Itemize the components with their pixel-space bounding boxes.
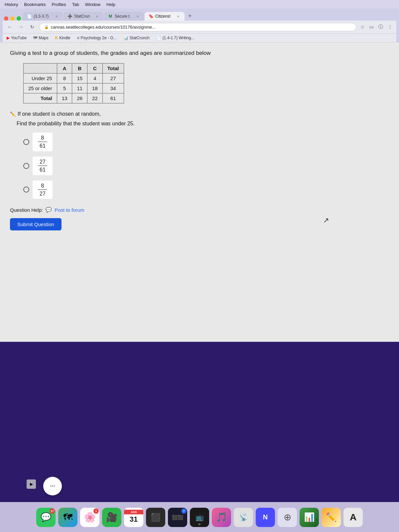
radio-button-2[interactable]: [23, 163, 29, 169]
writing-icon: 📄: [156, 36, 161, 40]
dock-item-misc2[interactable]: ⬛⬛ 7: [168, 508, 187, 527]
misc2-icon: ⬛⬛: [172, 515, 183, 520]
table-cell-row1-c: 4: [87, 73, 103, 83]
appletv-label: tv: [199, 523, 200, 526]
new-tab-button[interactable]: +: [185, 11, 195, 21]
fraction-3: 8 27: [33, 181, 53, 199]
tab-close-stats[interactable]: ×: [54, 14, 59, 19]
tab-statcrunch[interactable]: ➕ StatCrun ×: [64, 12, 103, 21]
tab-secure[interactable]: M Secure t. ×: [104, 12, 144, 21]
bookmark-youtube[interactable]: ▶ YouTube: [5, 35, 28, 41]
bookmark-statcrunch[interactable]: 📊 StatCrunch: [122, 35, 151, 41]
tab-icon-citizens: 🔖: [149, 14, 153, 19]
table-cell-row3-total: 61: [102, 93, 124, 103]
wifi-icon: 📡: [239, 513, 248, 522]
address-actions: ☆ ▭ ⓘ ⋮: [359, 23, 394, 31]
dock-item-add[interactable]: ⊕: [278, 508, 297, 527]
bookmarks-bar: ▶ YouTube 🗺 Maps K Kindle ≡ Psychology 2…: [3, 34, 396, 43]
sub-question-text: If one student is chosen at random,: [18, 110, 101, 118]
dock-item-font[interactable]: A: [343, 508, 363, 527]
tab-stats[interactable]: 📄 (3.3-3.7) ×: [23, 12, 63, 21]
table-row: Under 25 8 15 4 27: [24, 73, 124, 83]
dock-item-calendar[interactable]: JAN 31: [124, 508, 143, 527]
dock-item-numbers[interactable]: 📊: [300, 508, 319, 527]
table-cell-row3-c: 22: [87, 93, 103, 103]
photos-badge: 1: [93, 508, 99, 514]
page-content: Giving a test to a group of students, th…: [0, 43, 399, 342]
answer-choice-1[interactable]: 8 61: [23, 133, 389, 151]
tab-citizens[interactable]: 🔖 Citizens! ×: [145, 12, 185, 21]
dock-item-photos[interactable]: 🌸 1: [80, 508, 99, 527]
profile-icon[interactable]: ⓘ: [377, 23, 384, 31]
table-cell-row2-label: 25 or older: [24, 83, 57, 93]
fraction-1: 8 61: [33, 133, 53, 151]
fraction-1-numerator: 8: [41, 135, 44, 141]
bookmark-kindle[interactable]: K Kindle: [54, 35, 72, 41]
radio-button-1[interactable]: [23, 139, 29, 145]
macos-menubar: History Bookmarks Profiles Tab Window He…: [0, 0, 399, 9]
radio-button-3[interactable]: [23, 187, 29, 193]
menu-window[interactable]: Window: [85, 2, 100, 7]
menu-help[interactable]: Help: [106, 2, 115, 7]
table-header-c: C: [87, 63, 103, 73]
expand-chat-button[interactable]: ▶: [27, 479, 36, 489]
bookmark-psychology[interactable]: ≡ Psychology 2e - O...: [76, 35, 118, 41]
close-window-btn[interactable]: [4, 16, 8, 21]
photos-icon: 🌸: [84, 511, 96, 523]
maximize-window-btn[interactable]: [17, 16, 21, 21]
calendar-date: 31: [130, 514, 138, 525]
fraction-3-denominator: 27: [40, 191, 46, 197]
address-bar[interactable]: 🔒 canvas.seattlecolleges.edu/courses/101…: [39, 23, 356, 31]
answer-choice-2[interactable]: 27 61: [23, 157, 389, 175]
chat-bubble-button[interactable]: ···: [43, 477, 62, 495]
bookmark-kindle-label: Kindle: [59, 36, 70, 40]
fraction-2: 27 61: [33, 157, 53, 175]
bookmark-star-icon[interactable]: ☆: [359, 24, 366, 30]
dock-item-music[interactable]: 🎵: [212, 508, 231, 527]
menu-profiles[interactable]: Profiles: [52, 2, 66, 7]
tab-label-secure: Secure t.: [115, 14, 131, 19]
pip-icon[interactable]: ▭: [368, 24, 375, 30]
tab-close-secure[interactable]: ×: [135, 14, 140, 19]
menu-history[interactable]: History: [5, 2, 18, 7]
more-options-icon[interactable]: ⋮: [386, 24, 394, 30]
dock-item-appletv[interactable]: 📺 tv: [190, 508, 209, 527]
youtube-icon: ▶: [7, 36, 10, 40]
table-cell-row1-b: 15: [72, 73, 87, 83]
table-cell-row1-label: Under 25: [24, 73, 57, 83]
font-icon: A: [350, 512, 356, 523]
dock-item-messages[interactable]: 💬 17: [36, 508, 56, 527]
tab-label-stats: (3.3-3.7): [34, 14, 49, 19]
statcrunch-icon: 📊: [123, 36, 128, 40]
calendar-month: JAN: [124, 510, 143, 514]
table-row: Total 13 26 22 61: [24, 93, 124, 103]
dock-item-wifi[interactable]: 📡: [234, 508, 253, 527]
table-row: 25 or older 5 11 18 34: [24, 83, 124, 93]
refresh-button[interactable]: ↻: [28, 23, 37, 31]
traffic-lights: [3, 16, 22, 21]
bookmark-psychology-label: Psychology 2e - O...: [81, 36, 117, 40]
tab-close-citizens[interactable]: ×: [176, 14, 181, 19]
menu-bookmarks[interactable]: Bookmarks: [24, 2, 46, 7]
dock-item-misc1[interactable]: ⬛: [146, 508, 165, 527]
dock-item-facetime[interactable]: 🎥: [102, 508, 121, 527]
back-button[interactable]: ←: [5, 23, 14, 31]
submit-question-button[interactable]: Submit Question: [10, 218, 62, 230]
answer-choice-3[interactable]: 8 27: [23, 181, 389, 199]
dock-item-nord[interactable]: N: [256, 508, 275, 527]
tab-close-statcrunch[interactable]: ×: [95, 14, 99, 19]
messages-icon: 💬: [41, 512, 51, 522]
bookmark-statcrunch-label: StatCrunch: [130, 36, 150, 40]
minimize-window-btn[interactable]: [10, 16, 15, 21]
forward-button[interactable]: →: [17, 23, 25, 31]
bookmark-maps[interactable]: 🗺 Maps: [32, 35, 50, 41]
fraction-1-line: [38, 142, 47, 142]
menu-tab[interactable]: Tab: [72, 2, 79, 7]
messages-badge: 17: [50, 508, 55, 514]
post-to-forum-link[interactable]: Post to forum: [55, 207, 84, 213]
bookmark-writing[interactable]: 📄 (1.4-1.7) Writing...: [155, 35, 196, 41]
dock-item-notes[interactable]: ✏️: [322, 508, 341, 527]
dock-item-maps[interactable]: 🗺: [58, 508, 77, 527]
table-cell-row1-a: 8: [57, 73, 72, 83]
tab-bar: 📄 (3.3-3.7) × ➕ StatCrun × M Secure t. ×…: [3, 11, 396, 21]
